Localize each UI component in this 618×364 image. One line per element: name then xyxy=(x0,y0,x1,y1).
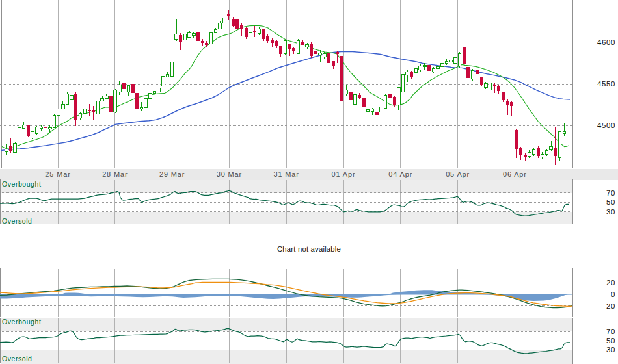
svg-text:Overbought: Overbought xyxy=(2,318,41,326)
svg-text:Chart not available: Chart not available xyxy=(277,245,341,253)
svg-text:Oversold: Oversold xyxy=(2,355,32,363)
svg-text:06 Apr: 06 Apr xyxy=(503,170,527,178)
svg-text:Overbought: Overbought xyxy=(2,180,41,188)
svg-text:29 Mar: 29 Mar xyxy=(159,170,185,178)
svg-text:05 Apr: 05 Apr xyxy=(446,170,470,178)
svg-text:4550: 4550 xyxy=(597,80,615,88)
svg-text:70: 70 xyxy=(606,189,615,197)
svg-text:50: 50 xyxy=(606,198,615,206)
svg-text:4500: 4500 xyxy=(597,122,615,129)
svg-text:25 Mar: 25 Mar xyxy=(45,170,70,178)
svg-text:0: 0 xyxy=(611,291,615,298)
svg-text:50: 50 xyxy=(606,337,615,344)
svg-text:20: 20 xyxy=(606,279,615,287)
svg-text:30: 30 xyxy=(606,208,615,216)
svg-text:4600: 4600 xyxy=(597,38,615,46)
svg-text:01 Apr: 01 Apr xyxy=(332,170,356,178)
svg-text:04 Apr: 04 Apr xyxy=(388,170,412,178)
svg-text:70: 70 xyxy=(606,328,615,335)
svg-text:30 Mar: 30 Mar xyxy=(217,170,242,178)
svg-text:31 Mar: 31 Mar xyxy=(274,170,299,178)
svg-text:Oversold: Oversold xyxy=(2,217,32,225)
svg-text:28 Mar: 28 Mar xyxy=(102,170,128,178)
svg-text:30: 30 xyxy=(606,346,615,354)
svg-text:-20: -20 xyxy=(604,302,615,310)
